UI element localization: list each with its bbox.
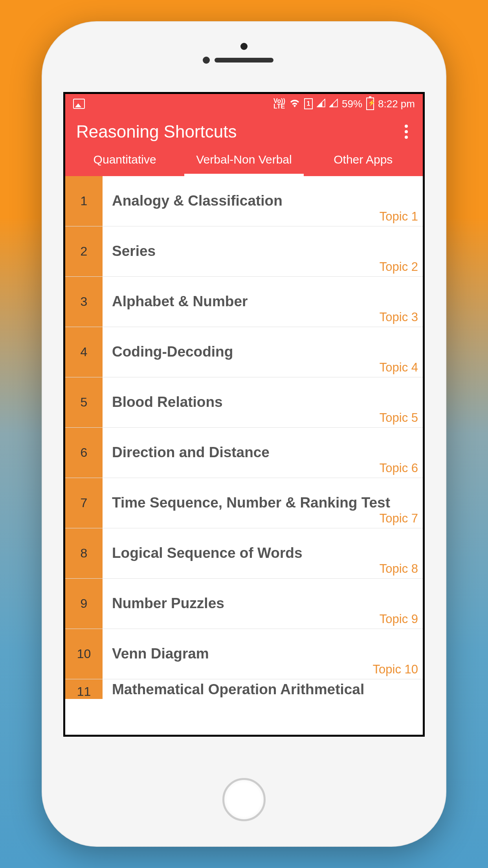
list-item[interactable]: 1Analogy & ClassificationTopic 1: [65, 176, 423, 226]
row-content: Coding-DecodingTopic 4: [103, 327, 423, 377]
sensor-dot: [240, 43, 248, 50]
list-item[interactable]: 3Alphabet & NumberTopic 3: [65, 277, 423, 327]
row-number: 10: [65, 629, 103, 679]
list-item[interactable]: 9Number PuzzlesTopic 9: [65, 579, 423, 629]
row-topic-label: Topic 6: [380, 461, 418, 475]
row-content: Mathematical Operation Arithmetical: [103, 679, 423, 699]
tab-verbal-non-verbal[interactable]: Verbal-Non Verbal: [184, 147, 303, 176]
tab-other-apps[interactable]: Other Apps: [304, 147, 423, 176]
row-title: Venn Diagram: [112, 645, 209, 663]
wifi-icon: [289, 97, 300, 110]
row-topic-label: Topic 7: [380, 511, 418, 526]
row-title: Logical Sequence of Words: [112, 544, 303, 562]
tab-quantitative[interactable]: Quantitative: [65, 147, 184, 176]
battery-icon: [366, 97, 374, 110]
row-title: Number Puzzles: [112, 594, 224, 612]
row-content: Logical Sequence of WordsTopic 8: [103, 528, 423, 578]
row-content: Alphabet & NumberTopic 3: [103, 277, 423, 327]
row-number: 6: [65, 428, 103, 478]
list-item[interactable]: 8Logical Sequence of WordsTopic 8: [65, 528, 423, 579]
row-title: Mathematical Operation Arithmetical: [112, 680, 364, 699]
row-title: Blood Relations: [112, 393, 223, 411]
row-number: 4: [65, 327, 103, 377]
battery-pct: 59%: [342, 98, 362, 110]
screen: Vo)) LTE 1 59% 8:22 pm Reasoning Shortcu…: [63, 92, 425, 737]
row-number: 11: [65, 679, 103, 699]
row-number: 9: [65, 579, 103, 629]
row-topic-label: Topic 2: [380, 260, 418, 274]
status-bar: Vo)) LTE 1 59% 8:22 pm: [65, 94, 423, 114]
list-item[interactable]: 10Venn DiagramTopic 10: [65, 629, 423, 679]
list-item[interactable]: 4Coding-DecodingTopic 4: [65, 327, 423, 377]
overflow-menu-icon[interactable]: [401, 121, 412, 143]
volte-icon: Vo)) LTE: [273, 98, 285, 109]
row-title: Direction and Distance: [112, 443, 270, 462]
phone-frame: Vo)) LTE 1 59% 8:22 pm Reasoning Shortcu…: [42, 21, 446, 847]
row-title: Coding-Decoding: [112, 343, 233, 361]
status-left: [73, 99, 85, 109]
list-item[interactable]: 11Mathematical Operation Arithmetical: [65, 679, 423, 699]
row-content: Number PuzzlesTopic 9: [103, 579, 423, 629]
topic-list[interactable]: 1Analogy & ClassificationTopic 12SeriesT…: [65, 176, 423, 735]
row-topic-label: Topic 1: [380, 210, 418, 224]
home-button[interactable]: [222, 778, 266, 821]
page-title: Reasoning Shortcuts: [76, 122, 237, 142]
clock-time: 8:22 pm: [378, 98, 415, 110]
camera-dot: [203, 57, 210, 64]
list-item[interactable]: 6Direction and DistanceTopic 6: [65, 428, 423, 478]
row-topic-label: Topic 4: [380, 360, 418, 375]
row-topic-label: Topic 9: [380, 612, 418, 626]
speaker-slot: [215, 58, 273, 63]
row-number: 5: [65, 377, 103, 427]
list-item[interactable]: 2SeriesTopic 2: [65, 226, 423, 277]
row-content: Blood RelationsTopic 5: [103, 377, 423, 427]
sim-icon: 1: [304, 98, 313, 109]
row-topic-label: Topic 8: [380, 562, 418, 576]
row-content: Direction and DistanceTopic 6: [103, 428, 423, 478]
row-topic-label: Topic 5: [380, 411, 418, 425]
row-title: Time Sequence, Number & Ranking Test: [112, 494, 390, 512]
row-number: 8: [65, 528, 103, 578]
signal-icon-2: [329, 98, 338, 110]
row-number: 2: [65, 226, 103, 276]
row-content: Venn DiagramTopic 10: [103, 629, 423, 679]
list-item[interactable]: 7Time Sequence, Number & Ranking TestTop…: [65, 478, 423, 528]
image-notification-icon: [73, 99, 85, 109]
signal-icon-1: [317, 98, 325, 110]
row-number: 1: [65, 176, 103, 226]
status-right: Vo)) LTE 1 59% 8:22 pm: [273, 97, 415, 110]
row-content: Analogy & ClassificationTopic 1: [103, 176, 423, 226]
row-title: Alphabet & Number: [112, 292, 248, 311]
app-header: Reasoning Shortcuts: [65, 114, 423, 143]
list-item[interactable]: 5Blood RelationsTopic 5: [65, 377, 423, 428]
tab-bar: Quantitative Verbal-Non Verbal Other App…: [65, 143, 423, 176]
row-content: SeriesTopic 2: [103, 226, 423, 276]
row-title: Series: [112, 242, 156, 260]
row-topic-label: Topic 10: [373, 662, 418, 677]
row-number: 7: [65, 478, 103, 528]
row-content: Time Sequence, Number & Ranking TestTopi…: [103, 478, 423, 528]
row-number: 3: [65, 277, 103, 327]
row-topic-label: Topic 3: [380, 310, 418, 324]
row-title: Analogy & Classification: [112, 192, 283, 210]
